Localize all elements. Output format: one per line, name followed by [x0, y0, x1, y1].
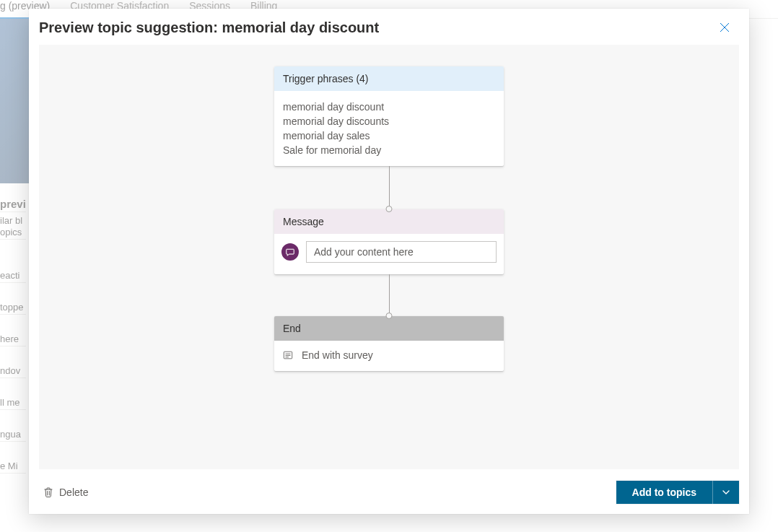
preview-topic-modal: Preview topic suggestion: memorial day d…: [29, 9, 749, 514]
delete-button-label: Delete: [59, 487, 88, 498]
add-to-topics-button[interactable]: Add to topics: [616, 481, 712, 504]
trigger-phrases-card[interactable]: Trigger phrases (4) memorial day discoun…: [274, 66, 504, 166]
close-icon: [720, 22, 730, 32]
message-card-body: [274, 234, 504, 274]
trigger-card-body: memorial day discount memorial day disco…: [274, 91, 504, 166]
end-card[interactable]: End End with survey: [274, 316, 504, 371]
end-card-body: End with survey: [274, 341, 504, 371]
chat-bubble-icon: [281, 243, 299, 261]
trigger-phrase: Sale for memorial day: [283, 143, 495, 157]
flow-node-icon: [386, 313, 393, 319]
message-card-header: Message: [274, 209, 504, 234]
flow-connector: [389, 274, 390, 316]
survey-icon: [283, 350, 293, 360]
end-card-label: End with survey: [302, 349, 373, 361]
message-content-input[interactable]: [306, 241, 497, 263]
flow-connector: [389, 166, 390, 209]
modal-title: Preview topic suggestion: memorial day d…: [39, 19, 379, 36]
modal-footer: Delete Add to topics: [29, 474, 749, 514]
close-button[interactable]: [713, 16, 736, 39]
trash-icon: [43, 487, 53, 498]
delete-button[interactable]: Delete: [39, 482, 92, 502]
add-to-topics-dropdown[interactable]: [712, 481, 739, 504]
trigger-card-header: Trigger phrases (4): [274, 66, 504, 91]
topic-flow: Trigger phrases (4) memorial day discoun…: [274, 66, 504, 371]
modal-header: Preview topic suggestion: memorial day d…: [29, 9, 749, 45]
primary-button-group: Add to topics: [616, 481, 739, 504]
end-card-header: End: [274, 316, 504, 341]
trigger-phrase: memorial day discount: [283, 100, 495, 114]
chevron-down-icon: [722, 488, 730, 497]
trigger-phrase: memorial day discounts: [283, 114, 495, 128]
trigger-phrase: memorial day sales: [283, 128, 495, 143]
message-card[interactable]: Message: [274, 209, 504, 274]
add-to-topics-label: Add to topics: [632, 487, 696, 498]
flow-canvas: Trigger phrases (4) memorial day discoun…: [39, 45, 739, 469]
flow-node-icon: [386, 206, 393, 212]
